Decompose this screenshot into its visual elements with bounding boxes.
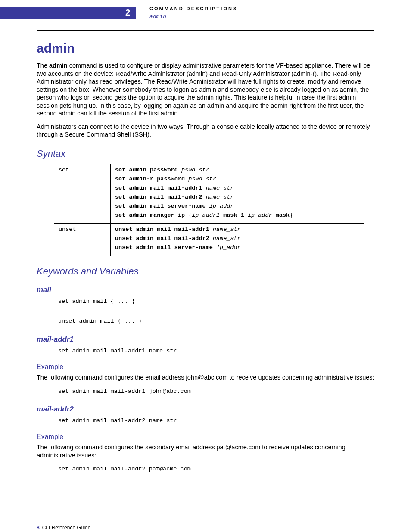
header-section-label: COMMAND DESCRIPTIONS [149,6,237,11]
cmd-text: set admin mail mail-addr1 [115,185,206,191]
table-row: unset unset admin mail mail-addr1 name_s… [54,224,364,256]
page-footer: 8CLI Reference Guide [37,522,374,531]
cmd-text: set admin-r password [115,176,188,182]
syntax-key-set: set [54,164,111,224]
kw-mail-addr1-heading: mail-addr1 [37,335,374,344]
cmd-text: mask 1 [220,212,248,218]
intro-bold-cmd: admin [49,62,68,69]
kw-mail-heading: mail [37,286,374,294]
cmd-text: mask [272,212,290,218]
cmd-arg: name_str [213,226,241,233]
cmd-arg: pswd_str [188,176,216,182]
chapter-bar [0,7,136,19]
cmd-text: unset admin mail mail-addr2 [115,235,213,242]
cmd-arg: ip_addr [209,203,234,209]
cmd-text: unset admin mail mail-addr1 [115,226,213,233]
intro-rest: command is used to configure or display … [37,62,370,117]
page-header: 2 COMMAND DESCRIPTIONS admin [37,0,374,25]
example-text: The following command configures the sec… [37,443,374,459]
cmd-text: set admin password [115,167,181,173]
intro-paragraph-2: Administrators can connect to the device… [37,123,374,139]
syntax-set-commands: set admin password pswd_str set admin-r … [111,164,364,224]
example-text: The following command configures the ema… [37,373,374,382]
cmd-text: set admin mail server-name [115,203,209,209]
kw-mail-addr2-heading: mail-addr2 [37,405,374,414]
kw-mail-code: set admin mail { ... } unset admin mail … [58,297,374,327]
syntax-unset-commands: unset admin mail mail-addr1 name_str uns… [111,224,364,256]
cmd-arg: name_str [213,235,241,242]
example-code: set admin mail mail-addr2 pat@acme.com [58,464,374,474]
example-label: Example [37,363,374,371]
cmd-arg: ip-addr [248,212,272,218]
cmd-arg: name_str [206,185,234,191]
intro-prefix: The [37,62,49,69]
header-subsection: admin [149,13,166,20]
cmd-arg: ip-addr1 [192,212,220,218]
intro-paragraph-1: The admin command is used to configure o… [37,62,374,118]
cmd-text: set admin manager-ip [115,212,188,218]
table-row: set set admin password pswd_str set admi… [54,164,364,224]
cmd-arg: name_str [206,194,234,200]
page-number: 8 [37,525,40,531]
doc-title: CLI Reference Guide [42,525,91,531]
kw-mail-addr2-code: set admin mail mail-addr2 name_str [58,416,374,426]
syntax-heading: Syntax [37,148,374,159]
syntax-table: set set admin password pswd_str set admi… [54,164,364,256]
keywords-heading: Keywords and Variables [37,266,374,277]
cmd-punct: } [290,212,293,218]
kw-mail-addr1-code: set admin mail mail-addr1 name_str [58,346,374,356]
cmd-arg: ip_addr [216,244,241,251]
example-code: set admin mail mail-addr1 john@abc.com [58,387,374,397]
cmd-text: unset admin mail server-name [115,244,216,251]
syntax-key-unset: unset [54,224,111,256]
chapter-number: 2 [125,8,130,18]
header-rule [37,30,374,31]
example-label: Example [37,433,374,441]
page-title: admin [37,41,374,56]
cmd-arg: pswd_str [181,167,209,173]
cmd-text: set admin mail mail-addr2 [115,194,206,200]
